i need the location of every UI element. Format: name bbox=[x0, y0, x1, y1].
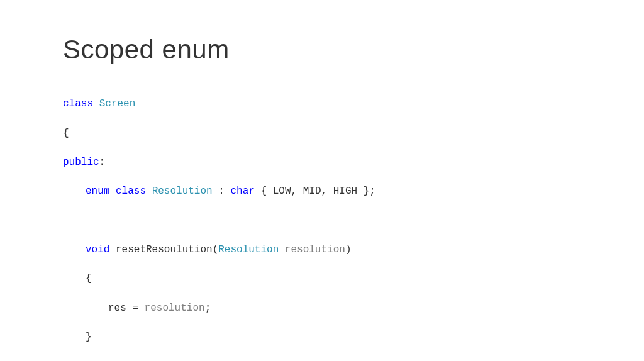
keyword-void: void bbox=[86, 244, 109, 255]
param-name: resolution bbox=[285, 244, 345, 255]
keyword-public: public bbox=[63, 157, 99, 168]
enum-values: { LOW, MID, HIGH }; bbox=[255, 186, 375, 197]
code-line: enum class Resolution : char { LOW, MID,… bbox=[63, 184, 581, 199]
code-line: { bbox=[63, 126, 581, 141]
code-line: void resetResoulution(Resolution resolut… bbox=[63, 243, 581, 257]
slide-title: Scoped enum bbox=[63, 35, 581, 65]
assignment-rhs: resolution bbox=[145, 303, 205, 314]
colon: : bbox=[99, 157, 106, 168]
space bbox=[279, 244, 285, 255]
code-line: class Screen bbox=[63, 97, 581, 111]
paren-close: ) bbox=[345, 244, 352, 255]
colon: : bbox=[213, 186, 231, 197]
code-line: res = resolution; bbox=[63, 301, 581, 316]
keyword-char: char bbox=[230, 186, 254, 197]
keyword-enum: enum bbox=[86, 186, 109, 197]
code-block: class Screen { public: enum class Resolu… bbox=[63, 82, 581, 361]
type-screen: Screen bbox=[99, 98, 136, 109]
assignment-lhs: res = bbox=[108, 303, 145, 314]
type-resolution: Resolution bbox=[152, 186, 213, 197]
code-line: { bbox=[63, 272, 581, 286]
code-line: public: bbox=[63, 155, 581, 170]
code-line: } bbox=[63, 330, 581, 345]
function-name: resetResoulution( bbox=[109, 244, 218, 255]
semicolon: ; bbox=[205, 303, 211, 314]
param-type: Resolution bbox=[218, 244, 279, 255]
keyword-class: class bbox=[116, 186, 146, 197]
keyword-class: class bbox=[63, 98, 93, 109]
blank-line bbox=[63, 214, 581, 228]
